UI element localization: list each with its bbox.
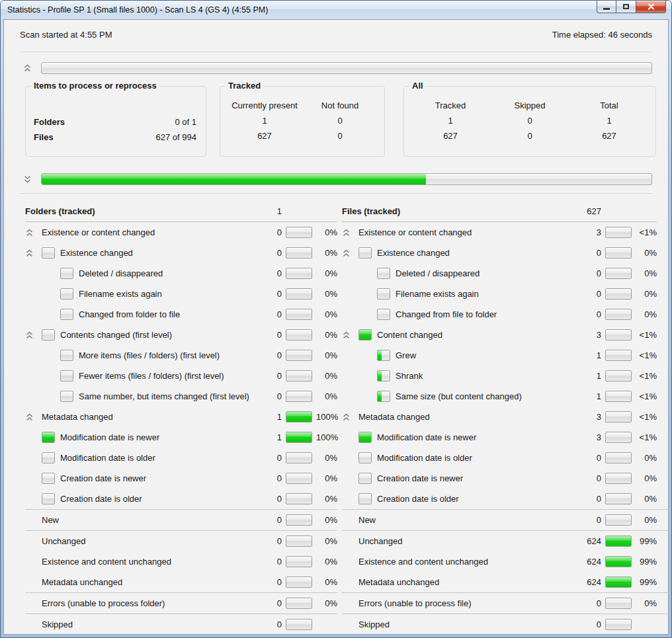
stat-progressbar: [605, 288, 632, 299]
chevron-spacer: [25, 352, 33, 360]
files-stat-row: Modification date is newer3<1%: [342, 427, 657, 448]
folders-stat-row: Existence changed00%: [25, 243, 337, 263]
stat-percent: <1%: [636, 391, 657, 401]
items-files-row: Files 627 of 994: [34, 130, 196, 145]
folders-stat-row: Metadata unchanged00%: [25, 572, 337, 592]
folders-stat-row: Modification date is newer1100%: [25, 427, 337, 448]
files-stat-row: Existence and content unchanged62499%: [342, 551, 657, 572]
collapse-bottom-section-button[interactable]: [22, 175, 32, 184]
stat-progressbar: [286, 411, 312, 422]
stat-percent: <1%: [636, 350, 657, 360]
stat-count: 624: [575, 536, 601, 546]
stat-progressbar: [286, 473, 312, 484]
collapse-row-button[interactable]: [342, 229, 350, 237]
titlebar[interactable]: Statistics - Profile SP 1 (Small files 1…: [1, 1, 671, 19]
items-files-label: Files: [34, 132, 54, 142]
stat-progressbar: [605, 329, 632, 340]
stat-label: Creation date is newer: [377, 473, 575, 483]
stat-progressbar: [286, 227, 312, 238]
collapse-row-button[interactable]: [25, 229, 33, 237]
stat-percent: 99%: [636, 577, 657, 587]
files-stat-row: Skipped0: [342, 614, 657, 635]
share-mini-fill: [378, 350, 382, 360]
stat-count: 0: [575, 473, 601, 483]
stat-label: Contents changed (first level): [60, 330, 255, 340]
stat-percent: 0%: [316, 371, 337, 381]
chevron-double-up-icon: [343, 229, 350, 237]
collapse-top-section-button[interactable]: [22, 63, 32, 73]
tracked-column-header: Currently present: [227, 98, 302, 113]
restore-icon: [623, 4, 629, 9]
collapse-row-button[interactable]: [342, 331, 350, 339]
collapse-row-button[interactable]: [342, 413, 350, 421]
stat-percent: 0%: [636, 494, 657, 504]
stat-count: 3: [575, 330, 601, 340]
folders-stat-row: Changed from folder to file00%: [25, 304, 337, 325]
collapse-row-button[interactable]: [342, 249, 350, 257]
stat-label: Content changed: [377, 330, 575, 340]
window-controls: [597, 1, 666, 13]
share-mini-fill: [378, 391, 382, 401]
collapse-row-button[interactable]: [25, 249, 33, 257]
chevron-spacer: [342, 454, 350, 462]
statistics-window: Statistics - Profile SP 1 (Small files 1…: [0, 0, 672, 638]
stat-count: 0: [575, 309, 601, 319]
stat-percent: 0%: [316, 494, 337, 504]
share-mini-progressbar: [358, 329, 372, 340]
stat-count: 0: [255, 577, 282, 587]
collapse-row-button[interactable]: [25, 413, 33, 421]
stat-percent: 0%: [316, 309, 337, 319]
share-mini-progressbar: [358, 493, 372, 504]
files-stat-row: Existence or content changed3<1%: [342, 222, 657, 243]
stat-label: Creation date is older: [377, 494, 575, 504]
stat-label: New: [358, 515, 575, 525]
stat-percent: 0%: [636, 598, 657, 608]
stat-label: Unchanged: [42, 536, 255, 546]
files-stat-row: Modification date is older00%: [342, 448, 657, 468]
chevron-spacer: [25, 621, 33, 629]
files-stat-row: Filename exists again00%: [342, 284, 657, 304]
stat-label: Modification date is older: [377, 453, 575, 463]
folders-stat-row: Errors (unable to process folder)00%: [25, 593, 337, 614]
close-button[interactable]: [636, 1, 666, 13]
share-mini-progressbar: [42, 247, 55, 259]
minimize-button[interactable]: [597, 1, 616, 13]
stat-count: 3: [575, 432, 601, 442]
items-folders-label: Folders: [34, 117, 65, 127]
all-cell-value: 627: [411, 128, 490, 143]
chevron-double-up-icon: [26, 413, 33, 421]
stat-progressbar: [286, 556, 312, 567]
stat-count: 1: [575, 350, 601, 360]
files-stat-row: Same size (but content changed)1<1%: [342, 386, 657, 407]
restore-button[interactable]: [616, 1, 636, 13]
all-table: TrackedSkippedTotal1016270627: [411, 98, 649, 143]
stat-progressbar: [605, 619, 632, 630]
folders-column-title: Folders (tracked): [25, 206, 95, 216]
stat-count: 3: [575, 412, 601, 422]
stat-label: Existence and content unchanged: [42, 557, 255, 567]
stat-count: 0: [255, 227, 282, 237]
collapse-row-button[interactable]: [25, 331, 33, 339]
stat-percent: 0%: [316, 577, 337, 587]
stat-percent: 0%: [636, 473, 657, 483]
share-mini-fill: [359, 432, 371, 442]
stat-percent: 0%: [316, 268, 337, 278]
stat-progressbar: [286, 577, 312, 588]
stat-count: 0: [575, 248, 601, 258]
stat-label: Unchanged: [358, 536, 575, 546]
stat-count: 0: [575, 619, 601, 629]
all-column-header: Tracked: [411, 98, 490, 113]
stat-percent: 100%: [316, 432, 337, 442]
stat-percent: 0%: [316, 473, 337, 483]
files-stat-row: Unchanged62499%: [342, 531, 657, 551]
files-stats-column: Files (tracked) 627 Existence or content…: [342, 201, 657, 635]
stat-label: Skipped: [42, 619, 255, 629]
files-progressbar: [41, 173, 652, 185]
share-mini-fill: [359, 330, 371, 340]
all-column-header: Skipped: [490, 98, 569, 113]
stat-percent: 0%: [316, 350, 337, 360]
files-stat-row: Creation date is older00%: [342, 489, 657, 509]
stat-progressbar: [286, 619, 312, 630]
stat-count: 1: [255, 432, 282, 442]
stat-label: Metadata unchanged: [358, 577, 575, 587]
